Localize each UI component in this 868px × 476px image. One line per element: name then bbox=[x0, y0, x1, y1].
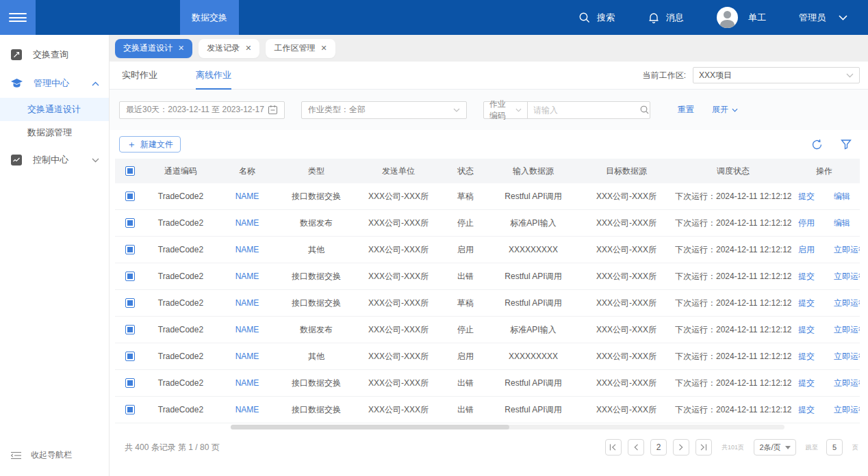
refresh-icon[interactable] bbox=[811, 139, 823, 150]
job-type-value: 作业类型：全部 bbox=[308, 104, 453, 116]
row-action-secondary[interactable]: 立即运行 bbox=[834, 404, 860, 416]
page-size-value: 2条/页 bbox=[759, 442, 780, 453]
date-range-picker[interactable]: 最近30天：2023-12-11 至 2023-12-17 bbox=[119, 101, 285, 119]
search-button[interactable]: 搜索 bbox=[578, 12, 615, 24]
cell-input-source: Restful API调用 bbox=[489, 298, 578, 309]
horizontal-scroll-area bbox=[115, 425, 860, 429]
row-checkbox[interactable] bbox=[125, 191, 135, 201]
row-checkbox[interactable] bbox=[125, 298, 135, 308]
row-action-secondary[interactable]: 立即运行 bbox=[834, 324, 860, 336]
current-page-button[interactable]: 2 bbox=[650, 439, 667, 455]
tab-channel-design[interactable]: 交换通道设计 ✕ bbox=[115, 39, 192, 58]
search-icon[interactable] bbox=[639, 105, 650, 115]
row-action-secondary[interactable]: 编辑 bbox=[834, 217, 850, 229]
chevron-down-icon bbox=[92, 158, 99, 163]
close-icon[interactable]: ✕ bbox=[178, 44, 184, 53]
hamburger-menu-icon[interactable] bbox=[0, 0, 36, 35]
row-action-secondary[interactable]: 立即运行 bbox=[834, 244, 860, 256]
cell-name-link[interactable]: NAME bbox=[235, 245, 259, 254]
close-icon[interactable]: ✕ bbox=[320, 44, 327, 53]
cell-name-link[interactable]: NAME bbox=[235, 352, 259, 361]
row-action-secondary[interactable]: 编辑 bbox=[834, 191, 850, 202]
row-checkbox[interactable] bbox=[125, 325, 135, 334]
cell-name-link[interactable]: NAME bbox=[235, 378, 259, 388]
sidebar-item-datasource[interactable]: 数据源管理 bbox=[0, 121, 109, 144]
keyword-field-select[interactable]: 作业编码 bbox=[484, 102, 528, 118]
tab-workspace-manage[interactable]: 工作区管理 ✕ bbox=[266, 39, 335, 58]
row-action-secondary[interactable]: 立即运行 bbox=[834, 378, 860, 389]
row-checkbox[interactable] bbox=[125, 378, 135, 388]
cell-name-link[interactable]: NAME bbox=[235, 405, 259, 414]
subtab-offline-jobs[interactable]: 离线作业 bbox=[196, 62, 231, 90]
last-page-button[interactable] bbox=[695, 439, 712, 455]
chevron-down-icon bbox=[839, 15, 847, 21]
cell-sender: XXX公司-XXX所 bbox=[355, 244, 442, 256]
row-action-primary[interactable]: 提交 bbox=[798, 298, 815, 309]
manage-center-icon bbox=[11, 79, 23, 88]
messages-button[interactable]: 消息 bbox=[648, 12, 684, 24]
user-info[interactable]: 单工 bbox=[717, 7, 766, 28]
sidebar-item-manage-center[interactable]: 管理中心 bbox=[0, 69, 109, 98]
row-action-primary[interactable]: 提交 bbox=[798, 351, 815, 362]
row-checkbox[interactable] bbox=[125, 218, 135, 228]
cell-name-link[interactable]: NAME bbox=[235, 325, 259, 334]
row-checkbox[interactable] bbox=[125, 272, 135, 281]
jump-suffix: 页 bbox=[852, 443, 858, 452]
row-checkbox[interactable] bbox=[125, 352, 135, 361]
cell-target-source: XXX公司-XXX所 bbox=[578, 298, 675, 309]
scrollbar-thumb[interactable] bbox=[231, 425, 509, 429]
record-summary: 共 400 条记录 第 1 / 80 页 bbox=[125, 442, 220, 453]
prev-page-button[interactable] bbox=[628, 439, 644, 455]
row-action-primary[interactable]: 提交 bbox=[798, 404, 815, 416]
reset-button[interactable]: 重置 bbox=[678, 104, 694, 116]
row-action-primary[interactable]: 启用 bbox=[798, 244, 815, 256]
cell-channel-code: TradeCode2 bbox=[145, 191, 216, 201]
expand-button[interactable]: 展开 bbox=[712, 104, 738, 116]
cell-name-link[interactable]: NAME bbox=[235, 191, 259, 201]
subtab-realtime-jobs[interactable]: 实时作业 bbox=[122, 62, 157, 90]
sidebar-item-label: 控制中心 bbox=[33, 154, 92, 166]
row-action-secondary[interactable]: 立即运行 bbox=[834, 298, 860, 309]
col-header-actions: 操作 bbox=[791, 166, 860, 177]
row-action-primary[interactable]: 提交 bbox=[798, 191, 815, 202]
bell-icon bbox=[648, 12, 660, 24]
job-type-select[interactable]: 作业类型：全部 bbox=[301, 101, 467, 119]
cell-name-link[interactable]: NAME bbox=[235, 218, 259, 228]
next-page-button[interactable] bbox=[673, 439, 689, 455]
row-action-secondary[interactable]: 立即运行 bbox=[834, 271, 860, 282]
row-action-primary[interactable]: 提交 bbox=[798, 378, 815, 389]
nav-tab-data-exchange[interactable]: 数据交换 bbox=[180, 0, 239, 35]
cell-name-link[interactable]: NAME bbox=[235, 298, 259, 308]
select-all-checkbox[interactable] bbox=[125, 166, 135, 176]
col-header-channel-code: 通道编码 bbox=[145, 166, 216, 177]
row-action-primary[interactable]: 提交 bbox=[798, 271, 815, 282]
cell-sender: XXX公司-XXX所 bbox=[355, 217, 442, 229]
cell-status: 草稿 bbox=[442, 298, 489, 309]
row-action-secondary[interactable]: 立即运行 bbox=[834, 351, 860, 362]
tab-send-records[interactable]: 发送记录 ✕ bbox=[199, 39, 259, 58]
table-row: TradeCode2 NAME 数据发布 XXX公司-XXX所 停止 标准API… bbox=[115, 317, 860, 343]
filter-funnel-icon[interactable] bbox=[841, 139, 852, 150]
collapse-sidebar-button[interactable]: 收起导航栏 bbox=[0, 449, 109, 461]
cell-status: 出错 bbox=[442, 378, 489, 389]
row-action-primary[interactable]: 提交 bbox=[798, 324, 815, 336]
page-size-select[interactable]: 2条/页 bbox=[754, 439, 796, 455]
role-dropdown[interactable]: 管理员 bbox=[799, 12, 847, 24]
workspace-select[interactable]: XXX项目 bbox=[693, 67, 860, 83]
jump-page-input[interactable] bbox=[826, 439, 843, 455]
cell-status: 启用 bbox=[442, 244, 489, 256]
row-checkbox[interactable] bbox=[125, 405, 135, 414]
new-file-button[interactable]: ＋ 新建文件 bbox=[119, 136, 181, 153]
cell-status: 停止 bbox=[442, 324, 489, 336]
keyword-input[interactable] bbox=[533, 105, 639, 115]
sidebar-item-control-center[interactable]: 控制中心 bbox=[0, 146, 109, 174]
row-action-primary[interactable]: 停用 bbox=[798, 217, 815, 229]
collapse-sidebar-icon bbox=[11, 451, 21, 460]
sidebar-item-channel-design[interactable]: 交换通道设计 bbox=[0, 98, 109, 121]
row-checkbox[interactable] bbox=[125, 245, 135, 254]
first-page-button[interactable] bbox=[605, 439, 622, 455]
close-icon[interactable]: ✕ bbox=[245, 44, 251, 53]
tab-label: 交换通道设计 bbox=[123, 42, 173, 54]
sidebar-item-exchange-query[interactable]: 交换查询 bbox=[0, 40, 109, 69]
cell-name-link[interactable]: NAME bbox=[235, 272, 259, 281]
